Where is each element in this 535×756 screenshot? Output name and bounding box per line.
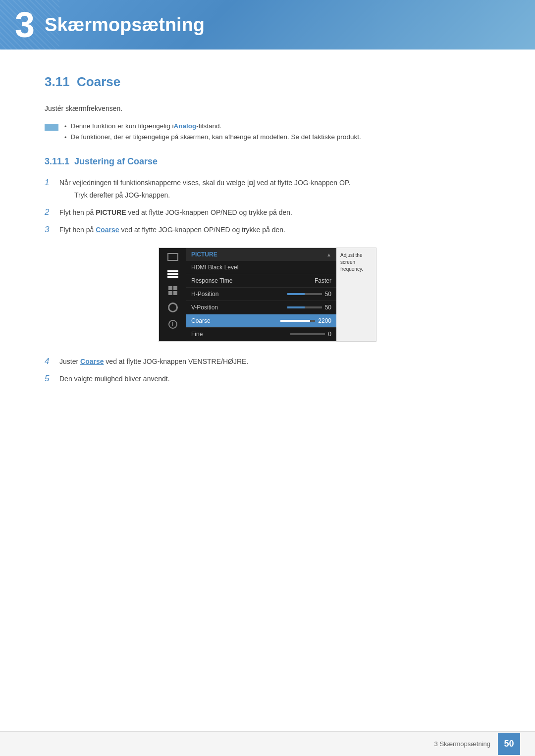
menu-item-coarse: Coarse 2200 [186,314,336,328]
vposition-bar-container: 50 [287,304,331,311]
sidebar-icon-info: i [165,319,180,329]
menu-screenshot: i PICTURE ▲ HDMI Black Level Response Ti… [159,248,376,342]
coarse-bar-container: 2200 [280,317,331,324]
step-content-1: Når vejledningen til funktionsknapperne … [59,178,490,201]
hposition-value: 50 [325,291,331,298]
section-heading: 3.11 Coarse [45,74,490,90]
step-number-4: 4 [45,356,59,366]
vposition-fill [287,306,305,308]
step-4: 4 Juster Coarse ved at flytte JOG-knappe… [45,356,490,367]
coarse-fill [280,320,310,322]
note-block: Denne funktion er kun tilgængelig i Anal… [45,122,490,144]
menu-arrow-up: ▲ [326,252,331,257]
note-bar [45,124,58,131]
menu-item-fine: Fine 0 [186,328,336,341]
menu-item-hdmi: HDMI Black Level [186,261,336,274]
gc1 [168,286,172,290]
grid-shape [168,286,177,295]
sidebar-icon-picture [165,252,180,262]
gear-shape [168,302,178,312]
step-1: 1 Når vejledningen til funktionsknappern… [45,178,490,201]
step-content-4: Juster Coarse ved at flytte JOG-knappen … [59,356,490,367]
step-content-3: Flyt hen på Coarse ved at flytte JOG-kna… [59,225,490,235]
bar3 [167,276,178,278]
footer: 3 Skærmopsætning 50 [0,731,535,756]
main-content: 3.11 Coarse Justér skærmfrekvensen. Denn… [0,50,535,436]
step-subtext-1: Tryk derefter på JOG-knappen. [74,190,490,201]
sidebar-icon-gear [165,302,180,312]
fine-label: Fine [191,331,203,338]
step-content-5: Den valgte mulighed bliver anvendt. [59,374,490,384]
hposition-bar-container: 50 [287,291,331,298]
footer-text: 3 Skærmopsætning [434,740,490,748]
note-item-1: Denne funktion er kun tilgængelig i Anal… [64,122,361,130]
picture-label: PICTURE [96,208,126,216]
step-number-2: 2 [45,207,59,217]
step-2: 2 Flyt hen på PICTURE ved at flytte JOG-… [45,207,490,218]
menu-sidebar: i [159,248,186,341]
vposition-label: V-Position [191,304,218,311]
gc3 [168,291,172,295]
coarse-label-3: Coarse [96,226,119,234]
info-shape: i [168,320,177,329]
hdmi-label: HDMI Black Level [191,264,238,271]
hposition-track [287,293,322,295]
sidebar-icon-grid [165,286,180,296]
sidebar-icon-bars [165,269,180,279]
response-value: Faster [315,277,331,284]
menu-item-vposition: V-Position 50 [186,301,336,314]
chapter-number: 3 [15,7,35,43]
step-number-3: 3 [45,225,59,235]
menu-tooltip: Adjust the screen frequency. [336,248,376,341]
step-number-5: 5 [45,374,59,384]
note-bullets: Denne funktion er kun tilgængelig i Anal… [64,122,361,144]
step-5: 5 Den valgte mulighed bliver anvendt. [45,374,490,384]
step-content-2: Flyt hen på PICTURE ved at flytte JOG-kn… [59,207,490,218]
picture-icon-shape [167,253,178,261]
bar2 [167,273,178,275]
steps-list: 1 Når vejledningen til funktionsknappern… [45,178,490,235]
gc4 [173,291,177,295]
fine-bar-container: 0 [290,331,331,338]
steps-list-2: 4 Juster Coarse ved at flytte JOG-knappe… [45,356,490,384]
fine-value: 0 [328,331,331,338]
footer-page-number: 50 [498,733,520,755]
menu-item-hposition: H-Position 50 [186,288,336,301]
step-number-1: 1 [45,178,59,188]
subsection-heading: 3.11.1 Justering af Coarse [45,156,490,167]
menu-container: i PICTURE ▲ HDMI Black Level Response Ti… [45,248,490,342]
intro-text: Justér skærmfrekvensen. [45,104,490,112]
analog-bold: Analog [173,122,196,130]
hposition-label: H-Position [191,291,218,298]
coarse-track [280,320,315,322]
hposition-fill [287,293,305,295]
bar1 [167,270,178,272]
coarse-value: 2200 [318,317,331,324]
note-item-2: De funktioner, der er tilgængelige på sk… [64,133,361,141]
menu-main: PICTURE ▲ HDMI Black Level Response Time… [186,248,336,341]
menu-header: PICTURE ▲ [186,248,336,261]
vposition-track [287,306,322,308]
chapter-title: Skærmopsætning [45,14,205,36]
fine-track [290,333,325,335]
menu-item-response: Response Time Faster [186,274,336,288]
menu-header-label: PICTURE [191,251,217,258]
coarse-label-4: Coarse [80,357,104,365]
step-3: 3 Flyt hen på Coarse ved at flytte JOG-k… [45,225,490,235]
gc2 [173,286,177,290]
response-label: Response Time [191,277,232,284]
header-banner: 3 Skærmopsætning [0,0,535,50]
coarse-menu-label: Coarse [191,317,211,324]
vposition-value: 50 [325,304,331,311]
